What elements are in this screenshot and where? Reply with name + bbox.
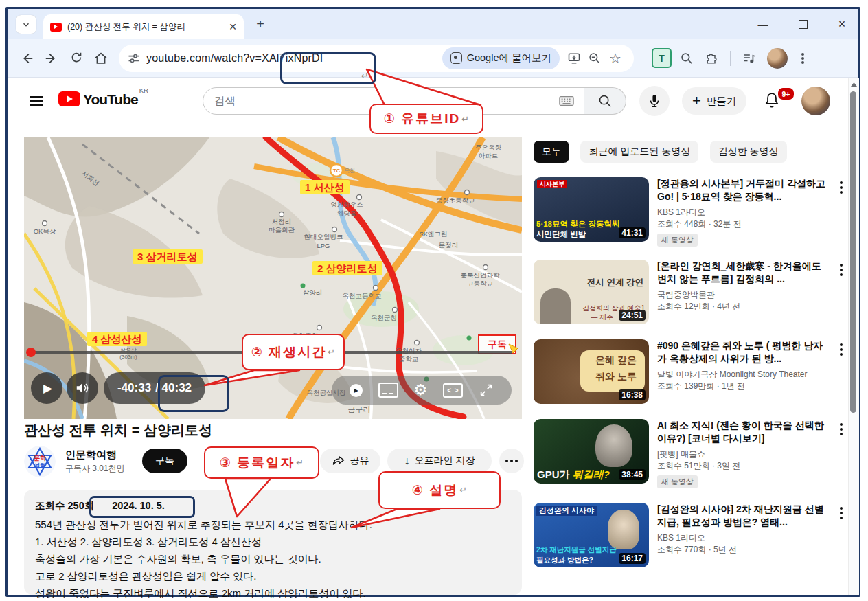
search-box[interactable]	[203, 87, 584, 115]
video-thumbnail[interactable]: 시사본부 5·18묘역 찾은 장동혁씨 시민단체 반발 41:31	[534, 177, 649, 242]
duration-badge: 38:45	[619, 469, 646, 480]
description-line: 1. 서산성 2. 삼양리토성 3. 삼거리토성 4 삼선산성	[35, 533, 511, 550]
tab-title: (20) 관산성 전투 위치 = 삼양리	[67, 21, 208, 33]
suggested-video-channel[interactable]: [팟빵] 매불쇼	[657, 449, 829, 460]
youtube-logo[interactable]: YouTube KR	[58, 91, 148, 108]
more-actions-button[interactable]	[499, 449, 524, 473]
browser-toolbar: youtube.com/watch?v=XAl7ixNprDI Google에 …	[8, 39, 858, 78]
star-icon: ☆	[609, 52, 621, 65]
save-page-button[interactable]	[564, 48, 584, 69]
suggested-video-channel[interactable]: KBS 1라디오	[657, 207, 829, 218]
chip-all[interactable]: 모두	[534, 141, 569, 163]
channel-avatar[interactable]: 문학 여행	[24, 446, 56, 477]
extension-search-icon[interactable]	[674, 46, 699, 71]
video-thumbnail[interactable]: 전시 연계 강연 김정희의 삶과 예술1 — 제주 24:51	[534, 260, 649, 324]
tab-search-button[interactable]	[16, 15, 36, 34]
progress-bar[interactable]	[31, 351, 512, 354]
voice-search-button[interactable]	[639, 86, 670, 116]
thumbnail-text: 시민단체 반발	[536, 230, 586, 239]
chip-recently-uploaded[interactable]: 최근에 업로드된 동영상	[580, 141, 698, 163]
suggested-video[interactable]: GPU가 뭐길래? 38:45 AI 최소 지식! (젠슨 황이 한국을 선택한…	[534, 419, 849, 496]
chip-watched[interactable]: 감상한 동영상	[710, 141, 787, 163]
speaker-icon	[75, 381, 90, 396]
subtitles-icon[interactable]	[378, 383, 398, 398]
video-player[interactable]: TC OK목장 서정리 마을회관 주은옥향 아파트 죽향초등학교 엉가하우스 웨…	[24, 137, 522, 419]
tab-close-icon[interactable]: ✕	[229, 22, 237, 32]
settings-gear-icon[interactable]	[414, 381, 428, 399]
browser-menu-button[interactable]	[790, 46, 815, 71]
suggested-video-channel[interactable]: 국립중앙박물관	[657, 289, 829, 301]
suggested-video[interactable]: 김성완의 시사야 2차 재난지원금 선별지급 필요성과 방법은? 16:17 […	[534, 503, 849, 580]
video-menu-button[interactable]	[840, 507, 843, 510]
video-thumbnail[interactable]: 은혜 갚은 쥐와 노루 16:38	[534, 339, 649, 404]
back-button[interactable]	[14, 46, 39, 71]
description-line: 고로 2 삼양리토성은 관상성임은 쉽게 알수 있다.	[35, 567, 511, 585]
browser-tab[interactable]: (20) 관산성 전투 위치 = 삼양리 ✕	[43, 14, 244, 39]
minimize-button[interactable]: —	[753, 16, 773, 32]
youtube-region-label: KR	[139, 87, 148, 94]
search-button[interactable]	[584, 87, 626, 115]
guide-menu-button[interactable]	[28, 93, 45, 109]
progress-handle[interactable]	[26, 348, 36, 357]
browser-profile-avatar[interactable]	[767, 48, 788, 69]
suggested-video-title[interactable]: AI 최소 지식! (젠슨 황이 한국을 선택한 이유?) [코너별 다시보기]	[657, 419, 829, 445]
suggested-video[interactable]: 시사본부 5·18묘역 찾은 장동혁씨 시민단체 반발 41:31 [정관용의 …	[534, 177, 849, 254]
ask-google-button[interactable]: Google에 물어보기	[442, 47, 560, 69]
new-tab-button[interactable]: +	[252, 16, 269, 33]
share-icon	[332, 454, 345, 468]
video-menu-button[interactable]	[840, 264, 843, 267]
share-button[interactable]: 공유	[320, 449, 380, 473]
map-site-label-3: 3 삼거리토성	[133, 249, 203, 264]
suggested-video[interactable]: 전시 연계 강연 김정희의 삶과 예술1 — 제주 24:51 [온라인 강연회…	[534, 260, 849, 337]
miniplayer-icon[interactable]	[443, 383, 463, 398]
youtube-header: YouTube KR + 만들기 9+	[8, 78, 858, 126]
suggested-video-meta: 조회수 448회 · 32분 전	[657, 218, 829, 230]
play-button[interactable]	[31, 372, 62, 404]
suggested-video-title[interactable]: [온라인 강연회_세한歲寒 - 한겨울에도 변치 않는 푸르름] 김정희의 ..…	[657, 260, 829, 286]
autoplay-toggle-icon[interactable]	[350, 384, 363, 397]
video-menu-button[interactable]	[840, 343, 843, 346]
create-button[interactable]: + 만들기	[682, 87, 746, 115]
youtube-profile-avatar[interactable]	[801, 87, 830, 115]
offline-save-button[interactable]: ↓ 오프라인 저장	[387, 449, 492, 473]
media-playlist-button[interactable]	[737, 46, 762, 71]
address-bar[interactable]: youtube.com/watch?v=XAl7ixNprDI Google에 …	[119, 45, 634, 72]
maximize-icon	[799, 20, 808, 29]
channel-name[interactable]: 인문학여행	[65, 449, 117, 462]
search-input[interactable]	[213, 94, 559, 108]
map-place-label: 죽향초등학교	[436, 196, 475, 204]
suggested-video-title[interactable]: #090 은혜갚은 쥐와 노루 ( 평범한 남자가 옥황상제의 사위가 된 방.…	[657, 339, 829, 365]
video-thumbnail[interactable]: GPU가 뭐길래? 38:45	[534, 419, 649, 484]
map-site-label-1: 1 서산성	[300, 180, 350, 194]
description-box[interactable]: 조회수 250회2024. 10. 5. 554년 관산성 전투가 벌어진 위치…	[24, 490, 522, 595]
fullscreen-icon[interactable]	[479, 383, 494, 398]
close-button[interactable]: ×	[832, 16, 852, 32]
youtube-favicon-icon	[50, 23, 62, 32]
suggested-video-title[interactable]: [정관용의 시사본부] 거두절미 각설하고 Go! | 5·18묘역 찾은 장동…	[657, 177, 829, 203]
suggested-video-channel[interactable]: 달빛 이야기극장 Moonlight Story Theater	[657, 369, 829, 381]
maximize-button[interactable]	[792, 16, 813, 32]
offline-save-label: 오프라인 저장	[415, 455, 475, 467]
forward-button[interactable]	[39, 46, 64, 71]
reload-icon	[69, 51, 84, 65]
suggested-video[interactable]: 은혜 갚은 쥐와 노루 16:38 #090 은혜갚은 쥐와 노루 ( 평범한 …	[534, 339, 849, 416]
extension-t-icon[interactable]: T	[652, 48, 672, 68]
home-button[interactable]	[89, 46, 113, 71]
extensions-button[interactable]	[699, 46, 724, 71]
puzzle-icon	[705, 52, 718, 65]
music-list-icon	[742, 52, 756, 65]
home-icon	[93, 51, 108, 66]
scrollbar-up-icon[interactable]	[849, 80, 859, 89]
video-menu-button[interactable]	[840, 423, 843, 426]
bookmark-button[interactable]: ☆	[605, 48, 626, 69]
volume-button[interactable]	[67, 372, 98, 404]
video-thumbnail[interactable]: 김성완의 시사야 2차 재난지원금 선별지급 필요성과 방법은? 16:17	[534, 503, 649, 567]
suggested-video-channel[interactable]: KBS 1라디오	[657, 532, 829, 544]
zoom-out-button[interactable]	[584, 48, 605, 69]
suggested-video-title[interactable]: [김성완의 시사야] 2차 재난지원금 선별지급, 필요성과 방법은? 염태..…	[657, 503, 829, 529]
scrollbar-thumb[interactable]	[850, 91, 856, 413]
video-menu-button[interactable]	[840, 181, 843, 184]
subscribe-button[interactable]: 구독	[142, 449, 187, 473]
youtube-logo-text: YouTube	[83, 91, 138, 108]
reload-button[interactable]	[64, 46, 89, 71]
